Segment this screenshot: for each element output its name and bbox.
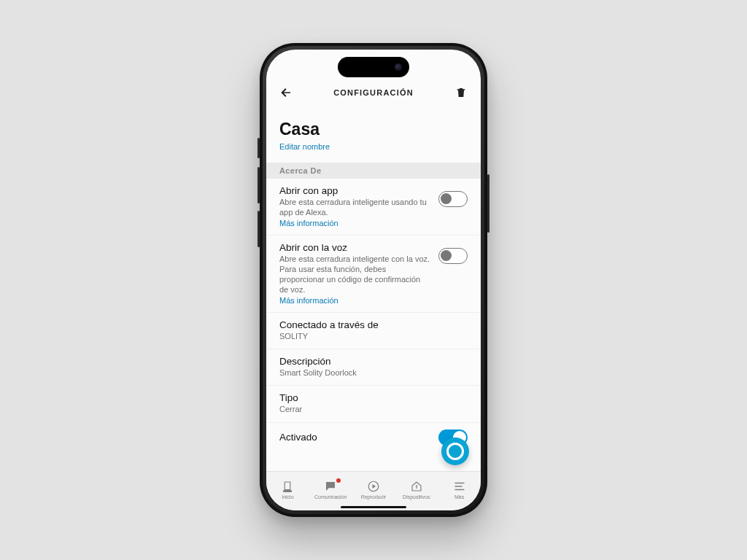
- home-icon: [281, 480, 294, 493]
- tab-more[interactable]: Más: [438, 480, 481, 499]
- tab-play-label: Reproducir: [361, 494, 386, 499]
- app-header: CONFIGURACIÓN: [266, 82, 481, 108]
- tab-home-label: Inicio: [282, 494, 293, 499]
- back-button[interactable]: [278, 85, 294, 101]
- dynamic-island: [338, 57, 409, 77]
- row-description[interactable]: Descripción Smart Solity Doorlock: [266, 349, 481, 386]
- description-value: Smart Solity Doorlock: [279, 368, 468, 378]
- phone-volume-up: [258, 167, 260, 203]
- header-title: CONFIGURACIÓN: [294, 88, 453, 97]
- alexa-fab[interactable]: [441, 438, 469, 465]
- phone-silence-switch: [258, 138, 260, 158]
- open-voice-toggle[interactable]: [438, 248, 468, 264]
- stage: CONFIGURACIÓN Casa Editar nombre Acerca …: [0, 0, 747, 560]
- more-icon: [453, 480, 466, 493]
- open-voice-title: Abrir con la voz: [279, 242, 431, 253]
- arrow-left-icon: [279, 86, 293, 99]
- tab-communication[interactable]: Comunicación: [309, 480, 352, 499]
- device-name: Casa: [279, 120, 468, 139]
- alexa-ring-icon: [446, 443, 464, 460]
- tab-more-label: Más: [454, 494, 464, 499]
- type-title: Tipo: [279, 392, 468, 403]
- tab-home[interactable]: Inicio: [266, 480, 309, 499]
- open-voice-sub: Abre esta cerradura inteligente con la v…: [279, 254, 431, 295]
- device-title-section: Casa Editar nombre: [266, 108, 481, 152]
- phone-volume-down: [258, 211, 260, 247]
- type-value: Cerrar: [279, 404, 468, 414]
- delete-button[interactable]: [453, 85, 469, 101]
- phone-power-button: [487, 174, 489, 233]
- enabled-title: Activado: [279, 432, 431, 443]
- chat-icon: [324, 480, 337, 493]
- description-title: Descripción: [279, 356, 468, 367]
- phone-frame: CONFIGURACIÓN Casa Editar nombre Acerca …: [260, 43, 487, 517]
- tab-comm-label: Comunicación: [314, 494, 347, 499]
- tab-devices-label: Dispositivos: [403, 494, 430, 499]
- row-open-with-app: Abrir con app Abre esta cerradura inteli…: [266, 179, 481, 236]
- open-app-more-link[interactable]: Más información: [279, 219, 431, 228]
- front-camera: [395, 63, 402, 71]
- home-indicator[interactable]: [341, 506, 406, 508]
- trash-icon: [455, 87, 467, 98]
- row-type[interactable]: Tipo Cerrar: [266, 386, 481, 422]
- connected-value: SOLITY: [279, 331, 468, 341]
- tab-play[interactable]: Reproducir: [352, 480, 395, 499]
- open-app-title: Abrir con app: [279, 185, 431, 196]
- open-app-sub: Abre esta cerradura inteligente usando t…: [279, 197, 431, 218]
- edit-name-link[interactable]: Editar nombre: [279, 142, 330, 151]
- about-group-header: Acerca De: [266, 163, 481, 179]
- svg-point-1: [416, 485, 417, 486]
- notification-dot: [336, 478, 341, 483]
- screen: CONFIGURACIÓN Casa Editar nombre Acerca …: [266, 50, 481, 510]
- tab-bar: Inicio Comunicación Reproducir Dispositi…: [266, 471, 481, 510]
- devices-icon: [410, 480, 423, 493]
- tab-devices[interactable]: Dispositivos: [395, 480, 438, 499]
- app-content: CONFIGURACIÓN Casa Editar nombre Acerca …: [266, 50, 481, 471]
- open-app-toggle[interactable]: [438, 191, 468, 207]
- play-icon: [367, 480, 380, 493]
- row-open-with-voice: Abrir con la voz Abre esta cerradura int…: [266, 236, 481, 313]
- connected-title: Conectado a través de: [279, 319, 468, 330]
- settings-list: Abrir con app Abre esta cerradura inteli…: [266, 179, 481, 471]
- row-connected-via[interactable]: Conectado a través de SOLITY: [266, 313, 481, 349]
- open-voice-more-link[interactable]: Más información: [279, 296, 431, 305]
